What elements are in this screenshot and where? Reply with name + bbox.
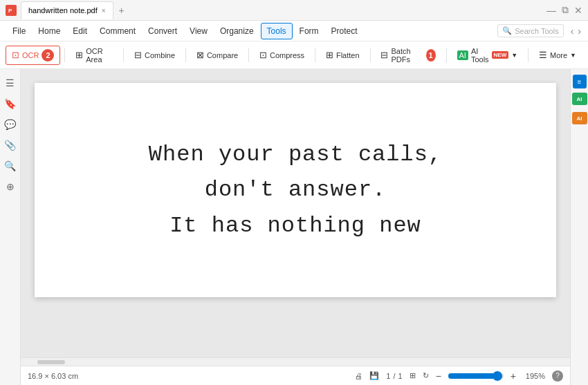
active-tab[interactable]: handwritten note.pdf ×: [21, 1, 113, 19]
dimensions-label: 16.9 × 6.03 cm: [28, 372, 78, 380]
combine-icon: ⊟: [134, 50, 142, 60]
menu-comment[interactable]: Comment: [94, 24, 141, 39]
ai-tools-button[interactable]: AI AI Tools NEW ▼: [451, 44, 524, 67]
menu-edit[interactable]: Edit: [67, 24, 93, 39]
menu-bar: File Home Edit Comment Convert View Orga…: [0, 21, 588, 41]
rotate-icon[interactable]: ↻: [423, 371, 429, 380]
ocr-area-icon: ⊞: [75, 50, 83, 60]
separator-3: [185, 48, 186, 62]
zoom-out-icon[interactable]: −: [436, 370, 441, 382]
add-tab-button[interactable]: +: [113, 2, 130, 19]
fit-page-icon[interactable]: ⊞: [410, 371, 416, 380]
chevron-down-icon: ▼: [511, 52, 517, 59]
help-icon[interactable]: ?: [552, 370, 563, 382]
svg-text:P: P: [8, 8, 12, 14]
more-icon: ☰: [539, 50, 547, 60]
search-tools[interactable]: 🔍 Search Tools: [497, 24, 563, 37]
zoom-percent: 195%: [523, 372, 545, 380]
pdf-page: When your past calls, don't answer. It h…: [35, 83, 556, 297]
page-total: 1: [398, 372, 403, 380]
ocr-area-button[interactable]: ⊞ OCR Area: [69, 44, 119, 67]
separator-6: [370, 48, 371, 62]
nav-back-button[interactable]: ‹: [571, 26, 574, 37]
nav-forward-button[interactable]: ›: [578, 26, 581, 37]
compare-button[interactable]: ⊠ Compare: [190, 46, 244, 64]
tools-toolbar: ⊡ OCR 2 ⊞ OCR Area ⊟ Combine ⊠ Compare ⊡…: [0, 41, 588, 69]
zoom-fill: [448, 373, 495, 379]
sidebar-icon-bookmark[interactable]: 🔖: [2, 95, 19, 112]
batch-icon: ⊟: [380, 50, 388, 60]
ocr-icon: ⊡: [12, 50, 19, 60]
print-icon[interactable]: 🖨: [355, 372, 362, 380]
page-current: 1: [386, 372, 390, 380]
minimize-button[interactable]: —: [546, 5, 556, 16]
badge-1: 1: [426, 49, 436, 62]
menu-view[interactable]: View: [184, 24, 213, 39]
pdf-text-content: When your past calls, don't answer. It h…: [149, 137, 442, 243]
batch-pdfs-button[interactable]: ⊟ Batch PDFs 1: [374, 44, 441, 67]
ai-extra-button[interactable]: AI: [572, 112, 587, 124]
compare-icon: ⊠: [196, 50, 204, 60]
zoom-slider[interactable]: [448, 373, 504, 379]
scroll-thumb[interactable]: [37, 360, 65, 364]
compress-button[interactable]: ⊡ Compress: [253, 46, 311, 64]
menu-file[interactable]: File: [7, 24, 31, 39]
sidebar-icon-attachment[interactable]: 📎: [2, 137, 19, 153]
save-icon[interactable]: 💾: [369, 371, 379, 380]
title-bar: P handwritten note.pdf × + — ⧉ ✕: [0, 0, 588, 21]
right-panel: ≡ AI AI: [570, 69, 588, 385]
search-icon: 🔍: [502, 26, 512, 35]
panel-toggle-button[interactable]: ≡: [573, 75, 587, 88]
zoom-handle[interactable]: [493, 371, 502, 381]
tab-title: handwritten note.pdf: [28, 6, 98, 15]
compress-icon: ⊡: [259, 50, 267, 60]
new-badge: NEW: [492, 51, 509, 59]
menu-organize[interactable]: Organize: [214, 24, 259, 39]
close-window-button[interactable]: ✕: [574, 5, 582, 16]
combine-button[interactable]: ⊟ Combine: [128, 46, 181, 64]
close-tab-button[interactable]: ×: [102, 7, 106, 15]
separator-4: [248, 48, 249, 62]
ai-assistant-button[interactable]: AI: [572, 93, 587, 105]
more-button[interactable]: ☰ More ▼: [533, 46, 582, 64]
badge-2: 2: [42, 49, 54, 62]
separator-7: [446, 48, 447, 62]
restore-button[interactable]: ⧉: [562, 4, 569, 16]
ocr-button[interactable]: ⊡ OCR 2: [6, 46, 60, 65]
window-controls: — ⧉ ✕: [546, 4, 582, 16]
pdf-line-3: It has nothing new: [149, 208, 442, 243]
main-area: ☰ 🔖 💬 📎 🔍 ⊕ When your past calls, don't …: [0, 69, 588, 385]
page-separator: /: [393, 372, 395, 380]
flatten-button[interactable]: ⊞ Flatten: [320, 46, 366, 64]
page-info: 1 / 1: [386, 372, 402, 380]
pdf-line-2: don't answer.: [149, 172, 442, 207]
menu-form[interactable]: Form: [294, 24, 324, 39]
separator-2: [123, 48, 124, 62]
left-sidebar: ☰ 🔖 💬 📎 🔍 ⊕: [0, 69, 21, 385]
horizontal-scrollbar[interactable]: [21, 357, 570, 366]
menu-protect[interactable]: Protect: [326, 24, 363, 39]
flatten-icon: ⊞: [326, 50, 333, 60]
separator-5: [315, 48, 315, 62]
sidebar-icon-comment[interactable]: 💬: [2, 116, 19, 133]
app-icon: P: [6, 5, 17, 16]
separator-8: [528, 48, 529, 62]
menu-convert[interactable]: Convert: [143, 24, 183, 39]
separator-1: [64, 48, 65, 62]
pdf-content-area: When your past calls, don't answer. It h…: [21, 69, 570, 357]
search-placeholder: Search Tools: [515, 27, 558, 35]
pdf-line-1: When your past calls,: [149, 137, 442, 172]
sidebar-icon-menu[interactable]: ☰: [2, 75, 19, 91]
zoom-in-icon[interactable]: +: [511, 370, 516, 382]
ai-icon-btn: AI: [457, 50, 468, 60]
menu-tools[interactable]: Tools: [261, 23, 293, 39]
sidebar-icon-search[interactable]: 🔍: [2, 158, 19, 174]
sidebar-icon-layers[interactable]: ⊕: [2, 178, 19, 195]
more-chevron-icon: ▼: [570, 52, 576, 59]
menu-home[interactable]: Home: [33, 24, 66, 39]
status-bar: 16.9 × 6.03 cm 🖨 💾 1 / 1 ⊞ ↻ − + 195% ?: [21, 366, 570, 385]
